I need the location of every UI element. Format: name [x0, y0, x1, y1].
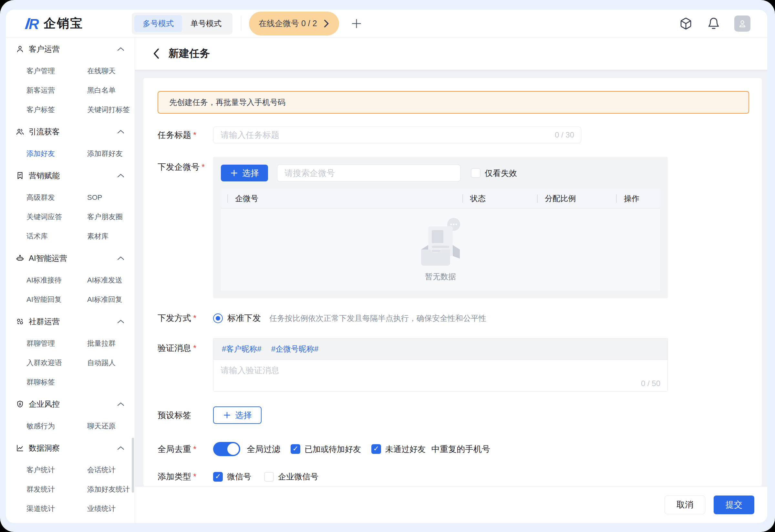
- wecom-search-input[interactable]: [277, 165, 461, 181]
- not-passed-option[interactable]: 未通过好友: [371, 444, 426, 455]
- sidebar-section-community: 社群运营 群聊管理 批量拉群 入群欢迎语 自动踢人 群聊标签: [15, 314, 126, 392]
- chevron-up-icon[interactable]: [117, 319, 124, 324]
- sidebar-section-header-customer-ops[interactable]: 客户运营: [15, 41, 126, 57]
- sidebar-item[interactable]: AI标准接待: [26, 271, 87, 290]
- sidebar-item[interactable]: 关键词应答: [26, 207, 87, 227]
- sidebar-section-header-community[interactable]: 社群运营: [15, 314, 126, 329]
- submit-button[interactable]: 提交: [714, 496, 754, 514]
- sidebar-item[interactable]: AI标准回复: [87, 290, 126, 309]
- chevron-up-icon[interactable]: [117, 446, 124, 450]
- sidebar-item[interactable]: 群聊管理: [26, 334, 87, 353]
- sidebar-item[interactable]: 会话统计: [87, 460, 130, 480]
- sidebar-section-risk-control: 企业风控 敏感行为 聊天还原: [15, 396, 126, 436]
- chevron-up-icon[interactable]: [117, 129, 124, 134]
- sidebar-item[interactable]: 群发统计: [26, 480, 87, 499]
- topbar: R 企销宝 多号模式 单号模式 在线企微号 0 / 2: [6, 10, 767, 37]
- added-or-pending-checkbox[interactable]: [291, 444, 300, 454]
- sidebar-section-header-acquisition[interactable]: 引流获客: [15, 124, 126, 139]
- sidebar-item[interactable]: 批量拉群: [87, 334, 126, 353]
- back-button[interactable]: [150, 47, 163, 60]
- sidebar-item[interactable]: 业绩统计: [87, 499, 130, 518]
- sidebar-item[interactable]: 客户统计: [26, 460, 87, 480]
- task-title-input[interactable]: [213, 127, 581, 143]
- sidebar-item[interactable]: 客户标签: [26, 100, 87, 119]
- sidebar-item[interactable]: 聊天还原: [87, 416, 126, 436]
- avatar[interactable]: [734, 15, 750, 32]
- sidebar-item-add-friends[interactable]: 添加好友: [26, 144, 87, 163]
- sidebar-item[interactable]: AI智能回复: [26, 290, 87, 309]
- chevron-up-icon[interactable]: [117, 402, 124, 406]
- customer-nickname-tag[interactable]: #客户昵称#: [222, 344, 261, 354]
- chevron-up-icon[interactable]: [117, 47, 124, 51]
- add-tab-button[interactable]: [349, 16, 363, 31]
- added-or-pending-option[interactable]: 已加或待加好友: [291, 444, 361, 455]
- chevron-up-icon[interactable]: [117, 173, 124, 178]
- enterprise-wechat-id-option[interactable]: 企业微信号: [264, 471, 318, 482]
- add-type-label: 添加类型*: [158, 471, 213, 482]
- sidebar-item[interactable]: 素材库: [87, 227, 126, 246]
- global-dedupe-label: 全局去重*: [158, 444, 213, 455]
- wechat-id-option[interactable]: 微信号: [213, 471, 251, 482]
- chevron-up-icon[interactable]: [117, 256, 124, 261]
- verify-message-textarea[interactable]: 请输入验证消息 0 / 50: [213, 360, 668, 391]
- required-asterisk: *: [193, 130, 196, 140]
- wecom-nickname-tag[interactable]: #企微号昵称#: [271, 344, 319, 354]
- sidebar-item[interactable]: AI标准发送: [87, 271, 126, 290]
- notifications-button[interactable]: [707, 16, 721, 31]
- wechat-id-checkbox[interactable]: [213, 472, 223, 482]
- sidebar-item[interactable]: 话术库: [26, 227, 87, 246]
- sidebar-item[interactable]: 敏感行为: [26, 416, 87, 436]
- plus-icon: [230, 169, 238, 177]
- cube-icon: [679, 17, 692, 30]
- sidebar-section-customer-ops: 客户运营 客户管理 在线聊天 新客运营 黑白名单 客户标签 关键词打标签: [15, 41, 126, 119]
- sidebar-item[interactable]: 黑白名单: [87, 81, 130, 100]
- sidebar-item[interactable]: 客户朋友圈: [87, 207, 126, 227]
- standard-dispatch-radio[interactable]: [213, 313, 223, 323]
- chevron-right-icon: [323, 19, 329, 28]
- sidebar-item[interactable]: 群聊标签: [26, 373, 87, 392]
- sidebar-section-header-risk-control[interactable]: 企业风控: [15, 396, 126, 412]
- verify-tag-bar: #客户昵称# #企微号昵称#: [213, 338, 668, 360]
- sidebar-scrollbar[interactable]: [132, 438, 134, 493]
- tab-single-account-mode[interactable]: 单号模式: [182, 15, 230, 32]
- sidebar-section-data-insight: 数据洞察 客户统计 会话统计 群发统计 添加好友统计 渠道统计 业绩统计: [15, 440, 126, 518]
- enterprise-wechat-id-checkbox[interactable]: [264, 472, 274, 482]
- sidebar-item[interactable]: 高级群发: [26, 188, 87, 207]
- sidebar-item[interactable]: 入群欢迎语: [26, 353, 87, 373]
- dispatch-mode-row: 下发方式* 标准下发 任务按比例依次正常下发且每隔半点执行，确保安全性和公平性: [158, 312, 748, 324]
- add-type-row: 添加类型* 微信号 企业微信号: [158, 471, 748, 482]
- verify-message-box: #客户昵称# #企微号昵称# 请输入验证消息 0 / 50: [213, 338, 668, 392]
- sidebar-item[interactable]: 关键词打标签: [87, 100, 130, 119]
- column-header-ratio: 分配比例: [537, 193, 616, 204]
- sidebar-item[interactable]: 自动踢人: [87, 353, 126, 373]
- apps-cube-button[interactable]: [679, 16, 693, 31]
- sidebar-item[interactable]: 添加群好友: [87, 144, 126, 163]
- online-wecom-pill[interactable]: 在线企微号 0 / 2: [249, 12, 339, 36]
- sidebar-item[interactable]: SOP: [87, 188, 126, 207]
- sidebar-item[interactable]: 渠道统计: [26, 499, 87, 518]
- main-area: 新建任务 先创建任务，再批量导入手机号码 任务标题* 0 / 30: [135, 37, 767, 523]
- global-filter-label: 全局过滤: [247, 444, 280, 455]
- cancel-button[interactable]: 取消: [665, 496, 705, 514]
- sidebar-section-header-marketing[interactable]: 营销赋能: [15, 168, 126, 183]
- preset-tag-row: 预设标签 选择: [158, 406, 748, 424]
- not-passed-checkbox[interactable]: [371, 444, 381, 454]
- select-wecom-button[interactable]: 选择: [221, 165, 268, 181]
- sidebar-item[interactable]: 在线聊天: [87, 61, 130, 81]
- standard-dispatch-radio-label[interactable]: 标准下发: [227, 312, 261, 324]
- sidebar-item[interactable]: 添加好友统计: [87, 480, 130, 499]
- required-asterisk: *: [193, 472, 196, 481]
- select-preset-tag-button[interactable]: 选择: [213, 406, 261, 424]
- sidebar-section-header-data-insight[interactable]: 数据洞察: [15, 440, 126, 456]
- global-filter-toggle[interactable]: [213, 442, 240, 456]
- sidebar-item[interactable]: 客户管理: [26, 61, 87, 81]
- tab-multi-account-mode[interactable]: 多号模式: [134, 15, 182, 32]
- verify-message-counter: 0 / 50: [641, 379, 660, 388]
- sidebar-section-header-ai-ops[interactable]: AI智能运营: [15, 251, 126, 266]
- bookmark-icon: [15, 171, 25, 180]
- only-invalid-filter[interactable]: 仅看失效: [471, 168, 517, 179]
- sidebar-item[interactable]: 新客运营: [26, 81, 87, 100]
- plus-icon: [223, 411, 231, 419]
- verify-message-row: 验证消息* #客户昵称# #企微号昵称# 请输入验证消息 0 / 50: [158, 338, 748, 392]
- only-invalid-checkbox[interactable]: [471, 168, 481, 178]
